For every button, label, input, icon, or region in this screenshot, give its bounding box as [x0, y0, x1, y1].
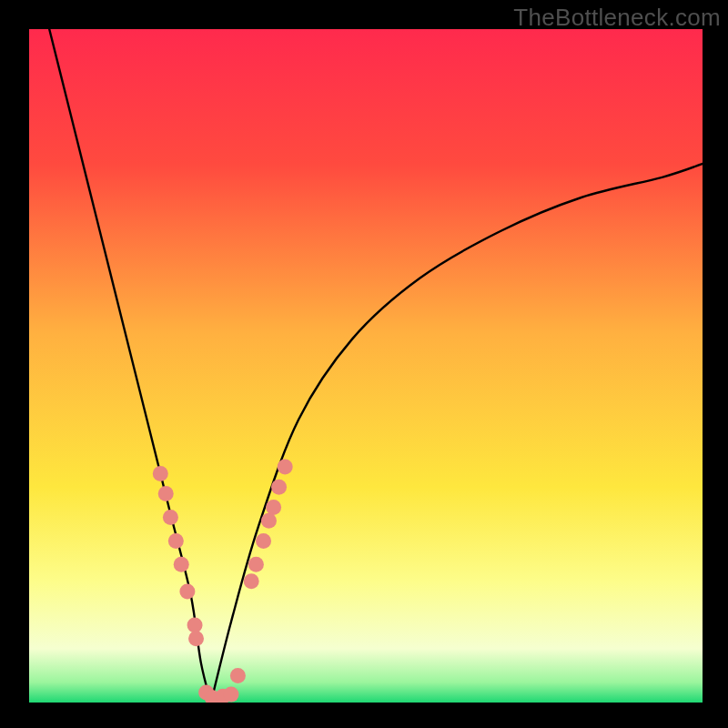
scatter-point	[271, 480, 287, 495]
scatter-point	[153, 466, 168, 481]
chart-stage: TheBottleneck.com	[0, 0, 728, 728]
curve-right-branch	[211, 164, 703, 703]
scatter-point	[244, 573, 259, 589]
scatter-point	[261, 513, 277, 529]
curve-left-branch	[49, 29, 211, 703]
scatter-point	[256, 533, 271, 549]
watermark-text: TheBottleneck.com	[513, 4, 721, 32]
scatter-point	[158, 486, 174, 501]
curves-layer	[29, 29, 703, 703]
scatter-point	[187, 617, 203, 632]
scatter-points	[153, 460, 293, 703]
scatter-point	[230, 668, 246, 683]
scatter-point	[266, 500, 281, 515]
scatter-point	[179, 583, 195, 599]
scatter-point	[278, 460, 293, 475]
scatter-point	[174, 557, 189, 572]
plot-area	[29, 29, 703, 703]
scatter-point	[188, 631, 204, 646]
scatter-point	[248, 557, 264, 572]
scatter-point	[163, 510, 178, 525]
scatter-point	[168, 533, 184, 549]
scatter-point	[224, 687, 239, 703]
